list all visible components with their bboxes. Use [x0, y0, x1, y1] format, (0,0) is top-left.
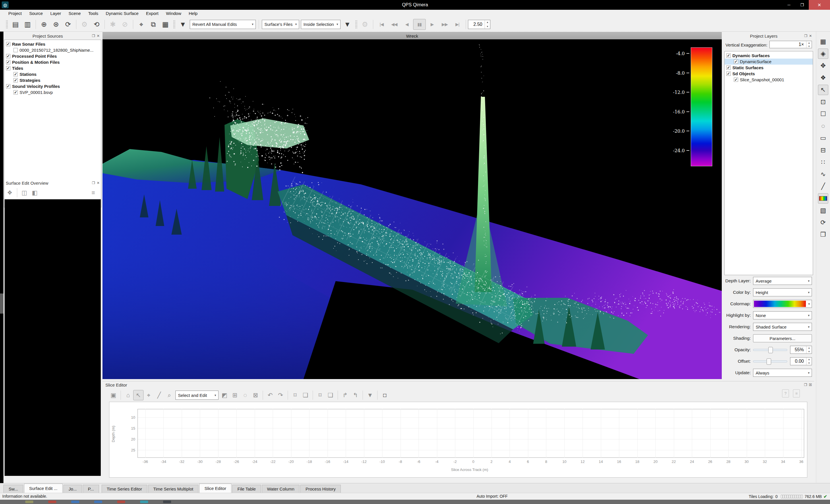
- colormap-combo[interactable]: ▾: [753, 300, 812, 308]
- accept-window-icon[interactable]: ❏: [325, 390, 336, 400]
- minimize-button[interactable]: ─: [783, 0, 796, 10]
- checkbox[interactable]: ✓: [13, 72, 18, 76]
- profile-tool-icon[interactable]: ∿: [818, 169, 828, 180]
- zoom-icon[interactable]: ⌕: [164, 390, 174, 400]
- tab-process-history[interactable]: Process History: [300, 485, 341, 493]
- color-by-combo[interactable]: Height▾: [753, 288, 812, 296]
- tab-file-table[interactable]: File Table: [232, 485, 261, 493]
- revert-edits-combo[interactable]: Revert All Manual Edits▾: [190, 20, 256, 29]
- tree-item-sound-velocity-profiles[interactable]: ✓Sound Velocity Profiles: [4, 83, 101, 89]
- select-points-icon[interactable]: ⊡: [818, 97, 828, 107]
- select-cursor-icon[interactable]: ↖: [818, 85, 828, 95]
- checkbox[interactable]: ✓: [13, 78, 18, 83]
- tab-p[interactable]: P...: [83, 485, 99, 493]
- spin-up-icon[interactable]: ▲: [806, 357, 811, 361]
- edit-grid-icon[interactable]: ▦: [159, 19, 171, 30]
- slider-thumb[interactable]: [768, 347, 773, 353]
- home-view-icon[interactable]: ⌂: [123, 390, 133, 400]
- float-panel-icon[interactable]: ❐: [804, 34, 807, 38]
- accept-points-icon[interactable]: ⌑: [315, 390, 325, 400]
- tree-item-position-motion-files[interactable]: ✓Position & Motion Files: [4, 59, 101, 65]
- menu-window[interactable]: Window: [162, 10, 185, 17]
- close-panel-icon[interactable]: ☒: [809, 383, 812, 387]
- depth-layer-combo[interactable]: Average▾: [753, 277, 812, 285]
- tab-water-column[interactable]: Water Column: [262, 485, 299, 493]
- tree-item-stations[interactable]: ✓Stations: [4, 71, 101, 77]
- file-scope-combo[interactable]: Surface's Files▾: [262, 20, 299, 29]
- pick-point-icon[interactable]: ⌖: [143, 390, 154, 400]
- checkbox[interactable]: ✓: [6, 66, 10, 70]
- checkbox[interactable]: [13, 48, 18, 52]
- ruler-icon[interactable]: ╱: [154, 390, 164, 400]
- surface-2d-view-icon[interactable]: ◈: [818, 49, 828, 59]
- checkbox[interactable]: ✓: [726, 54, 731, 58]
- spin-up-icon[interactable]: ▲: [806, 346, 811, 350]
- float-panel-icon[interactable]: ❐: [92, 34, 95, 38]
- rewind-button[interactable]: ◀◀: [388, 19, 401, 30]
- menu-dynamic-surface[interactable]: Dynamic Surface: [102, 10, 142, 17]
- close-panel-icon[interactable]: ✕: [809, 34, 812, 38]
- slider-thumb[interactable]: [767, 358, 771, 365]
- tab-time-series-editor[interactable]: Time Series Editor: [102, 485, 147, 493]
- panel-menu-icon[interactable]: ≡: [88, 188, 98, 198]
- checkbox[interactable]: ✓: [13, 90, 18, 94]
- scene-3d-viewport[interactable]: -4.0-8.0-12.0-16.0-20.0-24.0: [102, 39, 722, 379]
- slice-plane-icon[interactable]: ⊟: [818, 145, 828, 155]
- add-rect-selection-icon[interactable]: ⊞: [230, 390, 240, 400]
- update-combo[interactable]: Always▾: [753, 369, 812, 377]
- tree-item-static-surfaces[interactable]: ✓Static Surfaces: [725, 65, 813, 71]
- tab-time-series-multiplot[interactable]: Time Series Multiplot: [148, 485, 198, 493]
- spin-down-icon[interactable]: ▼: [806, 44, 811, 48]
- close-button[interactable]: ✕: [809, 0, 830, 10]
- close-panel-icon[interactable]: ✕: [97, 181, 100, 185]
- cursor-icon[interactable]: ↖: [133, 390, 143, 400]
- tree-item-dynamicsurface[interactable]: ✓DynamicSurface: [725, 59, 813, 65]
- vertical-exaggeration-spinner[interactable]: 1× ▲▼: [769, 41, 812, 48]
- grid-table-icon[interactable]: ▦: [818, 36, 828, 47]
- measure-tool-icon[interactable]: ╱: [818, 181, 828, 192]
- redo-icon[interactable]: ↷: [275, 390, 286, 400]
- spin-up-icon[interactable]: ▲: [806, 41, 811, 44]
- edit-swath-icon[interactable]: ⧉: [147, 19, 159, 30]
- skip-to-start-button[interactable]: |◀: [375, 19, 388, 30]
- zoom-extents-3d-icon[interactable]: ❖: [818, 73, 828, 83]
- float-panel-icon[interactable]: ❐: [92, 181, 95, 185]
- add-lasso-selection-icon[interactable]: ◌: [240, 390, 250, 400]
- next-slice-icon[interactable]: ↱: [340, 390, 350, 400]
- tab-sw[interactable]: Sw...: [3, 485, 23, 493]
- fast-forward-button[interactable]: ▶▶: [438, 19, 451, 30]
- undo-icon[interactable]: ↶: [265, 390, 275, 400]
- checkbox[interactable]: ✓: [6, 54, 10, 58]
- close-panel-icon[interactable]: ✕: [97, 34, 100, 38]
- step-back-button[interactable]: ◀: [401, 19, 413, 30]
- checkbox[interactable]: ✓: [726, 71, 731, 76]
- reprocess-icon[interactable]: ⟲: [90, 19, 102, 30]
- select-lasso-icon[interactable]: ◌: [818, 121, 828, 131]
- reload-raw-files-icon[interactable]: ⟳: [62, 19, 74, 30]
- checkbox[interactable]: ✓: [6, 84, 10, 89]
- slice-chart[interactable]: -36-34-32-30-28-26-24-22-20-18-16-14-12-…: [109, 402, 807, 478]
- skip-to-end-button[interactable]: ▶|: [451, 19, 464, 30]
- select-rectangle-icon[interactable]: ☐: [818, 109, 828, 119]
- filter-pin-icon[interactable]: ▼: [177, 19, 189, 30]
- zoom-extents-2d-icon[interactable]: ✥: [818, 61, 828, 71]
- float-panel-icon[interactable]: ❐: [804, 383, 807, 387]
- opacity-slider-spin[interactable]: 55%▲▼: [790, 346, 812, 354]
- play-button[interactable]: ▶: [426, 19, 438, 30]
- pause-button[interactable]: ▮▮: [413, 19, 426, 30]
- restore-button[interactable]: ❐: [796, 0, 809, 10]
- open-project-icon[interactable]: ▥: [22, 19, 34, 30]
- tree-item-processed-point-files[interactable]: ✓Processed Point Files: [4, 53, 101, 59]
- bounding-box-icon[interactable]: ❒: [818, 229, 828, 240]
- tab-slice-editor[interactable]: Slice Editor: [199, 483, 231, 493]
- add-raw-sonar-files-icon[interactable]: ⊕: [38, 19, 50, 30]
- slice-mode-combo[interactable]: Select and Edit▾: [175, 390, 219, 400]
- surface-3d-view-icon[interactable]: ▧: [818, 205, 828, 216]
- menu-help[interactable]: Help: [185, 10, 201, 17]
- checkbox[interactable]: ✓: [734, 77, 738, 82]
- colorbar-toggle-icon[interactable]: [818, 193, 828, 203]
- offset-slider[interactable]: [753, 360, 787, 363]
- create-project-icon[interactable]: ▤: [9, 19, 22, 30]
- help-icon[interactable]: ?: [782, 389, 789, 398]
- subtract-rect-selection-icon[interactable]: ⊠: [250, 390, 261, 400]
